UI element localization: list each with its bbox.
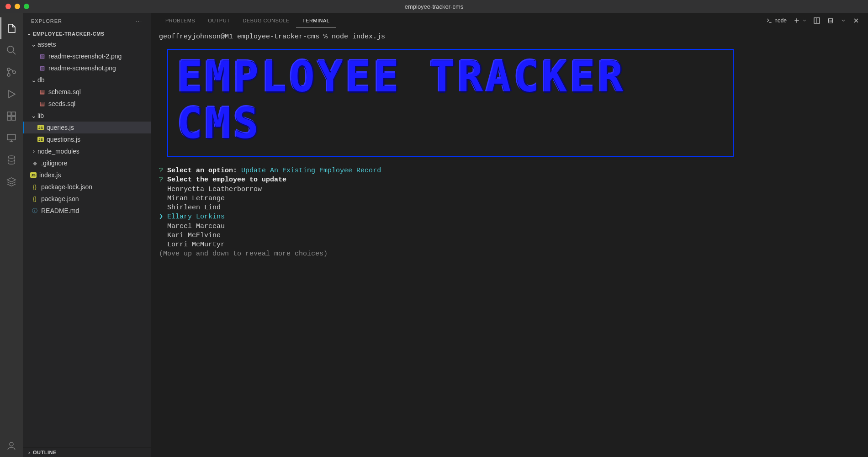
- banner-line-1: EMPLOYEE TRACKER: [177, 57, 724, 97]
- file-readme-screenshot-2[interactable]: ▧ readme-screenshot-2.png: [23, 50, 151, 62]
- file-schema-sql[interactable]: ▤ schema.sql: [23, 86, 151, 98]
- file-label: README.md: [41, 207, 79, 214]
- outline-header[interactable]: › OUTLINE: [23, 447, 151, 457]
- option-item[interactable]: Shirleen Lind: [159, 203, 860, 213]
- gitignore-icon: ◆: [30, 160, 39, 166]
- activity-bar: [0, 13, 23, 457]
- folder-assets[interactable]: ⌄ assets: [23, 38, 151, 50]
- js-icon: JS: [30, 172, 37, 178]
- shell-label: node: [774, 17, 787, 24]
- svg-rect-6: [7, 112, 11, 116]
- close-window-button[interactable]: [5, 4, 11, 9]
- option-item[interactable]: Kari McElvine: [159, 231, 860, 240]
- option-item[interactable]: ❯ Ellary Lorkins: [159, 213, 860, 222]
- chevron-down-icon: ⌄: [30, 112, 37, 119]
- option-list: Henryetta Leatherborrow Miran Letrange S…: [159, 185, 860, 250]
- maximize-window-button[interactable]: [24, 4, 29, 9]
- file-readme-screenshot[interactable]: ▧ readme-screenshot.png: [23, 62, 151, 74]
- minimize-window-button[interactable]: [15, 4, 20, 9]
- remote-icon[interactable]: [0, 127, 22, 149]
- account-icon[interactable]: [0, 435, 22, 457]
- tab-debug-console[interactable]: DEBUG CONSOLE: [236, 14, 296, 27]
- file-readme[interactable]: ⓘ README.md: [23, 205, 151, 217]
- file-label: schema.sql: [48, 88, 81, 96]
- option-item[interactable]: Marcel Marceau: [159, 222, 860, 231]
- search-icon[interactable]: [0, 39, 22, 61]
- ascii-banner: EMPLOYEE TRACKER CMS: [167, 49, 734, 157]
- svg-rect-8: [7, 117, 11, 120]
- tab-problems[interactable]: PROBLEMS: [159, 14, 201, 27]
- file-label: readme-screenshot.png: [48, 64, 116, 72]
- sidebar: EXPLORER ··· ⌄ EMPLOYEE-TRACKER-CMS ⌄ as…: [23, 13, 151, 457]
- svg-point-15: [10, 442, 13, 446]
- js-icon: JS: [37, 125, 44, 130]
- folder-lib[interactable]: ⌄ lib: [23, 110, 151, 122]
- file-seeds-sql[interactable]: ▤ seeds.sql: [23, 98, 151, 110]
- svg-rect-7: [12, 112, 16, 116]
- prompt-line-2: ? Select the employee to update: [159, 175, 860, 185]
- info-icon: ⓘ: [30, 207, 39, 215]
- extensions-icon[interactable]: [0, 105, 22, 127]
- svg-point-2: [7, 68, 10, 71]
- chevron-down-icon: ⌄: [26, 31, 33, 37]
- editor-area: PROBLEMS OUTPUT DEBUG CONSOLE TERMINAL n…: [151, 13, 868, 457]
- option-item[interactable]: Lorri McMurtyr: [159, 240, 860, 250]
- file-gitignore[interactable]: ◆ .gitignore: [23, 157, 151, 169]
- file-tree: ⌄ assets ▧ readme-screenshot-2.png ▧ rea…: [23, 38, 151, 217]
- database-icon[interactable]: [0, 149, 22, 171]
- folder-node-modules[interactable]: › node_modules: [23, 145, 151, 157]
- prompt-hint: (Move up and down to reveal more choices…: [159, 250, 860, 259]
- option-item[interactable]: Miran Letrange: [159, 194, 860, 203]
- tab-output[interactable]: OUTPUT: [201, 14, 236, 27]
- file-package-json[interactable]: {} package.json: [23, 193, 151, 205]
- chevron-down-icon: ⌄: [30, 76, 37, 84]
- explorer-icon[interactable]: [0, 17, 22, 39]
- svg-point-3: [7, 74, 10, 76]
- terminal[interactable]: geoffreyjohnson@M1 employee-tracker-cms …: [151, 29, 868, 457]
- split-terminal-button[interactable]: [813, 17, 820, 24]
- main-layout: EXPLORER ··· ⌄ EMPLOYEE-TRACKER-CMS ⌄ as…: [0, 13, 868, 457]
- folder-db[interactable]: ⌄ db: [23, 74, 151, 86]
- file-queries-js[interactable]: JS queries.js: [23, 122, 151, 133]
- file-index-js[interactable]: JS index.js: [23, 169, 151, 181]
- stack-icon[interactable]: [0, 171, 22, 193]
- maximize-panel-button[interactable]: [841, 18, 846, 23]
- project-header[interactable]: ⌄ EMPLOYEE-TRACKER-CMS: [23, 29, 151, 38]
- svg-marker-14: [7, 178, 16, 182]
- js-icon: JS: [37, 137, 44, 142]
- window-title: employee-tracker-cms: [405, 3, 464, 10]
- kill-terminal-button[interactable]: [827, 17, 834, 24]
- panel-actions: node: [766, 17, 860, 24]
- file-questions-js[interactable]: JS questions.js: [23, 133, 151, 145]
- file-package-lock[interactable]: {} package-lock.json: [23, 181, 151, 193]
- json-icon: {}: [30, 184, 39, 190]
- svg-point-0: [7, 46, 14, 53]
- svg-point-13: [8, 156, 15, 159]
- sql-icon: ▤: [37, 101, 47, 107]
- file-label: seeds.sql: [48, 100, 75, 107]
- file-label: package-lock.json: [41, 183, 92, 191]
- titlebar: employee-tracker-cms: [0, 0, 868, 13]
- chevron-down-icon: ⌄: [30, 41, 37, 48]
- json-icon: {}: [30, 196, 39, 202]
- source-control-icon[interactable]: [0, 61, 22, 83]
- close-panel-button[interactable]: [852, 17, 860, 24]
- svg-rect-10: [7, 134, 16, 140]
- chevron-right-icon: ›: [30, 148, 37, 155]
- tab-terminal[interactable]: TERMINAL: [296, 14, 336, 27]
- image-icon: ▧: [37, 53, 47, 59]
- debug-icon[interactable]: [0, 83, 22, 105]
- prompt-line-1: ? Select an option: Update An Existing E…: [159, 166, 860, 175]
- folder-label: assets: [37, 41, 56, 48]
- more-icon[interactable]: ···: [136, 18, 143, 24]
- file-label: .gitignore: [41, 159, 68, 167]
- chevron-right-icon: ›: [26, 450, 33, 455]
- folder-label: node_modules: [37, 148, 79, 155]
- sidebar-header: EXPLORER ···: [23, 13, 151, 29]
- traffic-lights: [5, 4, 29, 9]
- new-terminal-button[interactable]: [793, 17, 807, 24]
- shell-selector[interactable]: node: [766, 17, 787, 24]
- terminal-prompt: geoffreyjohnson@M1 employee-tracker-cms …: [159, 32, 860, 42]
- svg-point-4: [13, 71, 16, 74]
- option-item[interactable]: Henryetta Leatherborrow: [159, 185, 860, 194]
